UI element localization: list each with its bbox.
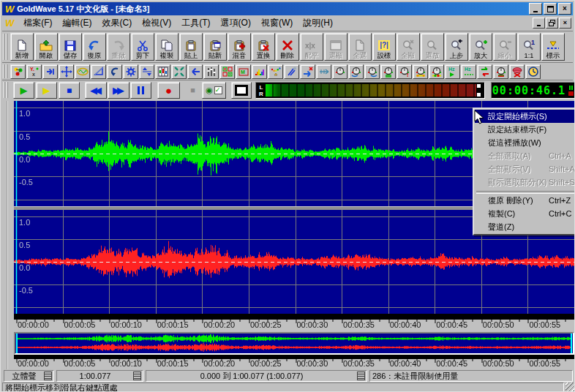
effect-button-knob-exclaim[interactable]: !: [397, 64, 412, 79]
context-menu-item-4: 全部選取(A)Ctrl+A: [475, 149, 575, 162]
record-button[interactable]: ●: [157, 82, 180, 99]
effect-button-pan-triangle[interactable]: [91, 64, 106, 79]
toolbar-button-save-floppy[interactable]: 儲存: [59, 33, 82, 61]
toolbar-button-zoom-1to1-magnifier[interactable]: 11:1: [517, 33, 541, 61]
play-button[interactable]: ▶: [13, 82, 34, 99]
effect-button-knob-loop-left[interactable]: [348, 64, 364, 79]
pause-button[interactable]: [130, 82, 151, 99]
mdi-minimize-button[interactable]: [533, 18, 545, 29]
effect-button-eq-sliders[interactable]: [203, 64, 219, 79]
rewind-button[interactable]: ◀◀: [85, 82, 107, 99]
record-icon: ●: [165, 85, 172, 96]
effect-button-hz-play[interactable]: Hz: [445, 64, 460, 79]
close-button[interactable]: ×: [558, 3, 571, 15]
toolbar-button-delete-x[interactable]: 刪除: [276, 33, 299, 61]
mdi-restore-button[interactable]: [546, 18, 558, 29]
toolbar-button-label: 全顯: [402, 51, 415, 59]
meter-upper-button[interactable]: [477, 84, 481, 88]
fast-forward-button[interactable]: ▶▶: [108, 82, 129, 99]
field-menu-icon[interactable]: [133, 372, 141, 380]
context-menu-shortcut: Ctrl+Z: [549, 194, 571, 207]
toolbar-button-zoom-previous-magnifier[interactable]: 上步: [445, 33, 468, 61]
toolbar-gripper[interactable]: [3, 34, 8, 60]
effect-button-matrix-x[interactable]: [219, 64, 235, 79]
context-menu-item-9[interactable]: 複製(C)Ctrl+C: [475, 207, 575, 220]
effect-button-mute-lips[interactable]: [509, 64, 525, 79]
maximize-button[interactable]: [544, 3, 557, 15]
context-menu-item-8[interactable]: 復原 刪除(Y)Ctrl+Z: [475, 194, 575, 207]
mute-lips-icon: [511, 66, 523, 78]
record-options-button[interactable]: ◉✓: [202, 82, 226, 99]
time-ruler[interactable]: 00:00:0000:00:0500:00:1000:00:1500:00:20…: [14, 314, 574, 331]
effect-button-smooth-line[interactable]: [316, 64, 331, 79]
toolbar-button-undo-arrow[interactable]: 復原: [83, 33, 106, 61]
menu-item-8[interactable]: 說明(H): [298, 15, 338, 31]
toolbar-button-copy-pages[interactable]: 複製: [155, 33, 178, 61]
toolbar-gripper[interactable]: [3, 64, 8, 79]
effect-button-mixer-table[interactable]: [155, 64, 170, 79]
context-menu-item-2[interactable]: 設定結束標示(F): [475, 123, 575, 136]
effect-button-noise-hammer[interactable]: [284, 64, 299, 79]
effect-button-interpolate-shrink[interactable]: [171, 64, 187, 79]
mdi-close-button[interactable]: ×: [559, 18, 571, 29]
effect-button-evaluator-balls[interactable]: [10, 64, 26, 79]
effect-button-knob-red-bars[interactable]: [493, 64, 508, 79]
effect-button-dots-wave[interactable]: [268, 64, 283, 79]
menu-item-5[interactable]: 工具(T): [176, 15, 215, 31]
effect-button-invert-loop[interactable]: [107, 64, 122, 79]
length-value: 1:00.077: [57, 372, 133, 380]
overview-ruler[interactable]: 00:00:0000:00:0500:00:1000:00:1500:00:20…: [14, 355, 574, 369]
overview-strip[interactable]: [14, 332, 574, 355]
effect-button-hz-dots[interactable]: Hz: [461, 64, 476, 79]
toolbar-button-marker-flag[interactable]: 標示: [541, 33, 565, 61]
effect-button-clip-arrow-x[interactable]: [300, 64, 315, 79]
field-menu-icon[interactable]: [357, 372, 365, 380]
toolbar-button-zoom-in-magnifier[interactable]: 放大: [469, 33, 492, 61]
effect-button-matrix-m[interactable]: M: [236, 64, 251, 79]
effect-button-expand-arrows[interactable]: [59, 64, 74, 79]
play-selection-button[interactable]: ▶: [36, 82, 57, 99]
effect-button-knob-loop-right[interactable]: [364, 64, 380, 79]
menu-item-1[interactable]: 檔案(F): [18, 15, 57, 31]
amplitude-label: 1.0: [19, 109, 30, 118]
menu-item-2[interactable]: 編輯(E): [58, 15, 97, 31]
menu-item-7[interactable]: 視窗(W): [256, 15, 298, 31]
menu-item-4[interactable]: 檢視(V): [137, 15, 176, 31]
effect-button-timer-clock[interactable]: [525, 64, 541, 79]
effect-button-restore-arrow-left[interactable]: [187, 64, 203, 79]
toolbar-button-cut-scissors[interactable]: 剪下: [131, 33, 154, 61]
overview-waveform[interactable]: [15, 333, 573, 353]
effect-button-shape-oval-wave[interactable]: [75, 64, 90, 79]
toolbar-button-new-file[interactable]: 新增: [10, 33, 34, 61]
effect-button-swap-channels[interactable]: [477, 64, 492, 79]
effect-button-knob-plain[interactable]: [332, 64, 347, 79]
monitor-button[interactable]: [231, 82, 252, 99]
toolbar-button-replace-clipboard[interactable]: 置換: [252, 33, 275, 61]
resize-grip[interactable]: [565, 382, 575, 392]
meter-right-label: R: [257, 91, 266, 97]
menu-item-6[interactable]: 選項(O): [216, 15, 256, 31]
stop-button[interactable]: ■: [59, 82, 80, 99]
field-menu-icon[interactable]: [44, 372, 52, 380]
toolbar-button-paste-new-clipboard[interactable]: 貼新: [203, 33, 227, 61]
effect-button-offset-updown[interactable]: [139, 64, 154, 79]
svg-text:1: 1: [531, 39, 535, 46]
effect-button-equalizer-rainbow[interactable]: [252, 64, 267, 79]
effect-button-mechanize-gear[interactable]: [123, 64, 138, 79]
effect-button-knob-line-dots[interactable]: [413, 64, 428, 79]
toolbar-button-paste-clipboard[interactable]: 貼上: [179, 33, 203, 61]
effect-button-seek-end[interactable]: [42, 64, 58, 79]
effect-button-knob-split-dots[interactable]: [429, 64, 444, 79]
meter-lower-button[interactable]: [477, 93, 481, 97]
context-menu-item-10[interactable]: 聲道(Z): [475, 220, 575, 233]
toolbar-button-mix-clipboard[interactable]: 混音: [228, 33, 251, 61]
effect-button-knob-equals[interactable]: [380, 64, 396, 79]
toolbar-gripper[interactable]: [4, 82, 9, 98]
effect-button-expression-xy[interactable]: Y.x: [26, 64, 42, 79]
toolbar-button-set-marker[interactable]: |?|設標: [372, 33, 396, 61]
context-menu-item-3[interactable]: 從這裡播放(W): [475, 136, 575, 149]
context-menu-item-1[interactable]: 設定開始標示(S): [475, 110, 575, 123]
menu-item-3[interactable]: 效果(C): [97, 15, 138, 31]
minimize-button[interactable]: [529, 3, 542, 15]
toolbar-button-open-folder[interactable]: 開啟: [34, 33, 58, 61]
